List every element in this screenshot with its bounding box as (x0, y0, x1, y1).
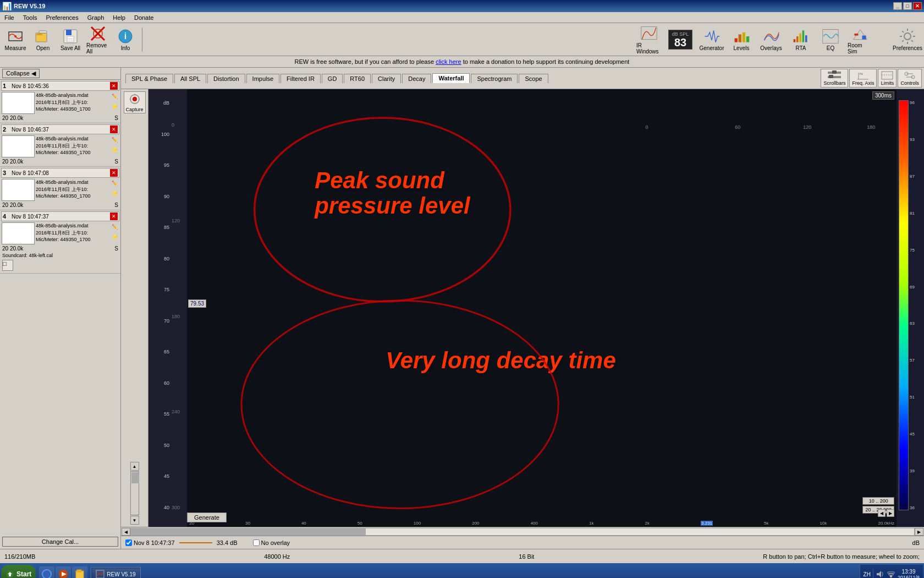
limits-control[interactable]: Limits (878, 69, 897, 88)
levels-button[interactable]: Levels (727, 25, 756, 54)
meas-number-3: 3 (3, 170, 9, 176)
menu-donate[interactable]: Donate (132, 14, 156, 21)
controls-control[interactable]: Controls (898, 69, 922, 88)
ie-icon[interactable] (39, 566, 54, 578)
close-button[interactable]: ✕ (913, 2, 922, 10)
speaker-icon (876, 570, 884, 578)
meas-star-icon-3[interactable]: ⭐ (110, 189, 119, 198)
eq-button[interactable]: EQ (816, 25, 845, 54)
meas-edit-icon-2[interactable]: ✏️ (110, 135, 119, 144)
preferences-button[interactable]: Preferences (893, 25, 922, 54)
open-button[interactable]: Open (30, 25, 56, 54)
menu-preferences[interactable]: Preferences (43, 14, 80, 21)
donate-link[interactable]: click here (436, 58, 461, 65)
tab-rt60[interactable]: RT60 (344, 74, 371, 83)
hscroll-right[interactable]: ▶ (915, 528, 923, 536)
remove-all-button[interactable]: Remove All (85, 25, 111, 54)
meas-icons-1: ✏️ ⭐ (110, 92, 119, 114)
vscroll-up[interactable]: ▲ (130, 462, 139, 471)
ir-windows-button[interactable]: IR Windows (635, 25, 663, 54)
freq-axis-control[interactable]: Hz Freq. Axis (849, 69, 877, 88)
files-icon[interactable] (72, 566, 87, 578)
rta-icon (792, 28, 810, 45)
meas-close-1[interactable]: ✕ (110, 82, 118, 90)
meas-extra-2: 20 20.0k S (1, 158, 119, 165)
measurement-checkbox-label[interactable]: Nov 8 10:47:37 (125, 539, 175, 546)
meas-star-icon-1[interactable]: ⭐ (110, 102, 119, 111)
tab-filtered-ir[interactable]: Filtered IR (280, 74, 321, 83)
scrollbars-control[interactable]: Scrollbars (821, 69, 848, 88)
change-cal-button[interactable]: Change Cal... (2, 537, 118, 547)
tab-decay[interactable]: Decay (402, 74, 431, 83)
vscroll-track (130, 471, 139, 515)
y-label-db: dB (150, 100, 169, 106)
maximize-button[interactable]: □ (903, 2, 912, 10)
info-button[interactable]: i Info (112, 25, 139, 54)
measurement-checkbox[interactable] (125, 539, 132, 546)
tab-spectrogram[interactable]: Spectrogram (471, 74, 518, 83)
collapse-button[interactable]: Collapse ◀ (2, 69, 40, 78)
nav-left[interactable]: ◀ (878, 509, 886, 517)
spl-meter-button[interactable]: dB SPL 83 (664, 25, 696, 54)
meas-edit-icon-1[interactable]: ✏️ (110, 92, 119, 101)
start-button[interactable]: Start (1, 565, 36, 578)
meas-edit-icon-4[interactable]: ✏️ (110, 222, 119, 231)
overlays-button[interactable]: Overlays (757, 25, 785, 54)
svg-rect-10 (735, 39, 738, 42)
minimize-button[interactable]: _ (893, 2, 902, 10)
meas-close-3[interactable]: ✕ (110, 169, 118, 177)
tab-waterfall[interactable]: Waterfall (432, 73, 470, 83)
media-icon[interactable] (56, 566, 71, 578)
cb-45: 45 (910, 432, 915, 437)
meas-close-4[interactable]: ✕ (110, 212, 118, 220)
tab-all-spl[interactable]: All SPL (174, 74, 206, 83)
overlay-checkbox-label[interactable]: No overlay (253, 539, 290, 546)
main-chart[interactable]: 300ms 0 60 120 180 79.53 Peak soundpress… (187, 89, 897, 527)
overlay-checkbox[interactable] (253, 539, 260, 546)
cb-63: 63 (910, 321, 915, 326)
freq-1k: 1k (589, 521, 593, 526)
menu-file[interactable]: File (2, 14, 16, 21)
meas-extra-icon-4[interactable]: □ (2, 260, 13, 271)
axis-value-display: 79.53 (188, 299, 206, 308)
rew-task-button[interactable]: REW V5.19 (91, 567, 140, 578)
tab-clarity[interactable]: Clarity (372, 74, 401, 83)
meas-close-2[interactable]: ✕ (110, 126, 118, 133)
cb-57: 57 (910, 358, 915, 363)
vscroll-down[interactable]: ▼ (130, 516, 139, 525)
meas-star-icon-4[interactable]: ⭐ (110, 232, 119, 241)
freq-400: 400 (531, 521, 538, 526)
chart-with-axes: dB 100 95 90 85 80 75 70 65 60 55 50 45 … (148, 89, 924, 527)
title-bar-buttons[interactable]: _ □ ✕ (893, 2, 922, 10)
generate-button[interactable]: Generate (187, 512, 227, 522)
nav-right[interactable]: ▶ (887, 509, 894, 517)
tray-sep (873, 569, 873, 578)
save-all-button[interactable]: Save All (57, 25, 84, 54)
y-value-95: 95 (150, 162, 169, 168)
tab-distortion[interactable]: Distortion (207, 74, 245, 83)
tab-gd[interactable]: GD (322, 74, 343, 83)
bit-depth: 16 Bit (519, 553, 534, 560)
menu-graph[interactable]: Graph (85, 14, 107, 21)
generator-button[interactable]: Generator (697, 25, 726, 54)
capture-button[interactable]: Capture (124, 91, 146, 113)
meas-date-3: 2016年11月8日 上午10: (36, 186, 109, 193)
tab-impulse[interactable]: Impulse (246, 74, 280, 83)
range-10-200[interactable]: 10 .. 200 (862, 497, 894, 505)
meas-star-icon-2[interactable]: ⭐ (110, 145, 119, 154)
menu-help[interactable]: Help (111, 14, 128, 21)
rta-button[interactable]: RTA (787, 25, 815, 54)
measure-button[interactable]: Measure (2, 25, 29, 54)
meas-edit-icon-3[interactable]: ✏️ (110, 179, 119, 188)
freq-10k: 10k (820, 521, 827, 526)
vscroll-thumb[interactable] (131, 472, 139, 483)
toolbar-separator (142, 28, 142, 52)
menu-tools[interactable]: Tools (21, 14, 40, 21)
room-sim-button[interactable]: Room Sim (846, 25, 875, 54)
hscroll-left[interactable]: ◀ (122, 528, 130, 536)
hscroll-thumb[interactable] (131, 528, 366, 535)
x-axis-labels: 20 30 40 50 100 200 400 1k 2k 3.231 5k 1… (187, 521, 897, 526)
tab-scope[interactable]: Scope (519, 74, 548, 83)
time-display: 300ms (872, 91, 894, 100)
tab-spl-phase[interactable]: SPL & Phase (125, 74, 173, 83)
